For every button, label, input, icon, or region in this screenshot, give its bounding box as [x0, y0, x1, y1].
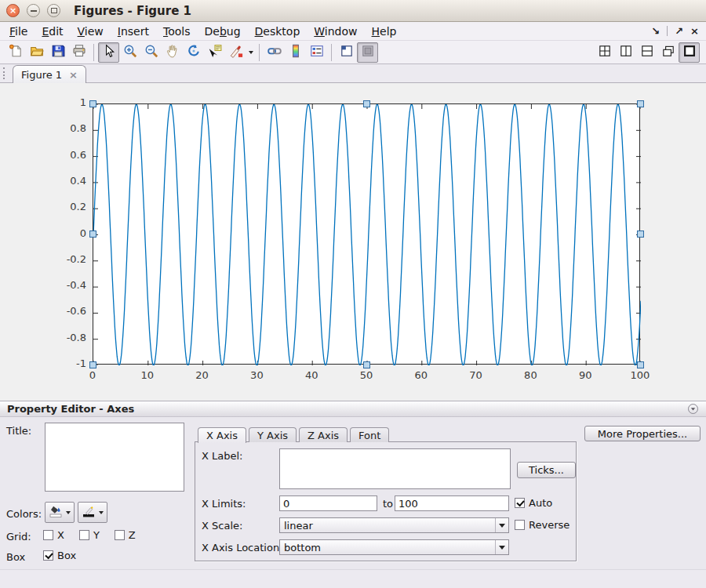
selection-handle[interactable] — [363, 361, 370, 368]
window-buttons: × — [0, 4, 60, 17]
close-panel-icon[interactable]: × — [690, 26, 699, 36]
background-color-button[interactable] — [45, 502, 75, 523]
more-properties-button[interactable]: More Properties... — [584, 426, 701, 441]
brush-data-dropdown-arrow[interactable] — [246, 42, 255, 63]
selection-handle[interactable] — [89, 230, 96, 238]
x-tick-label: 40 — [292, 369, 331, 381]
menu-insert[interactable]: Insert — [111, 24, 156, 39]
print-figure-button[interactable] — [68, 42, 89, 63]
zoom-out-button[interactable] — [140, 42, 162, 63]
show-plot-tools-icon — [361, 44, 375, 60]
menu-tools[interactable]: Tools — [156, 24, 198, 39]
dropdown-arrow-icon — [495, 518, 508, 532]
selection-handle[interactable] — [363, 100, 370, 107]
menu-file[interactable]: File — [2, 24, 35, 39]
pan-button[interactable] — [162, 42, 183, 63]
reverse-checkbox[interactable] — [515, 520, 525, 530]
tab-close-icon[interactable]: × — [69, 70, 78, 80]
insert-colorbar-button[interactable] — [285, 42, 306, 63]
x-tick-label: 70 — [457, 369, 496, 381]
axes[interactable] — [93, 103, 640, 365]
grid-z-checkbox[interactable] — [115, 530, 125, 540]
line-color-button[interactable] — [78, 502, 107, 523]
auto-checkbox-label: Auto — [529, 497, 552, 509]
show-plot-tools-button — [357, 42, 378, 63]
ticks-button[interactable]: Ticks... — [517, 462, 576, 478]
x-axis-location-dropdown[interactable]: bottom — [279, 539, 509, 555]
window-title: Figures - Figure 1 — [74, 4, 191, 18]
split-horizontal-icon — [640, 44, 654, 60]
data-cursor-button[interactable] — [204, 42, 225, 63]
grid-x-checkbox[interactable] — [43, 530, 53, 540]
toolbar-separator — [93, 44, 94, 61]
tab-x-axis[interactable]: X Axis — [198, 427, 246, 443]
selection-handle[interactable] — [637, 100, 644, 107]
save-figure-button[interactable] — [47, 42, 68, 63]
menu-view[interactable]: View — [71, 24, 111, 39]
y-tick-label: 0.2 — [49, 201, 86, 212]
dropdown-arrow-icon — [495, 540, 508, 554]
new-figure-button[interactable] — [5, 42, 26, 63]
maximize-pane-button[interactable] — [679, 42, 700, 63]
link-plots-icon — [267, 44, 282, 60]
grid-y-checkbox[interactable] — [79, 530, 89, 540]
hide-plot-tools-button[interactable] — [336, 42, 357, 63]
toolbar-separator — [259, 44, 260, 61]
selection-handle[interactable] — [89, 100, 96, 107]
close-button[interactable]: × — [6, 4, 20, 17]
undock-icon[interactable]: ↗ — [675, 26, 683, 36]
selection-handle[interactable] — [89, 361, 96, 368]
toolbar — [0, 41, 706, 64]
y-tick-label: -0.2 — [49, 253, 86, 265]
title-input[interactable] — [45, 423, 184, 492]
grid-x-checkbox-label: X — [57, 529, 64, 541]
edit-plot-button[interactable] — [98, 42, 119, 63]
x-label-input[interactable] — [279, 448, 511, 489]
menu-help[interactable]: Help — [365, 24, 404, 39]
grid-layout-button[interactable] — [594, 42, 615, 63]
split-vertical-icon — [619, 44, 633, 60]
open-file-button[interactable] — [26, 42, 47, 63]
menu-edit[interactable]: Edit — [35, 24, 70, 39]
collapse-panel-icon[interactable] — [687, 403, 699, 415]
menu-window[interactable]: Window — [307, 24, 364, 39]
tab-font[interactable]: Font — [350, 427, 389, 442]
insert-legend-button[interactable] — [306, 42, 327, 63]
reverse-checkbox-label: Reverse — [529, 519, 570, 531]
toolbar-separator — [331, 44, 332, 61]
x-tick-label: 90 — [566, 369, 605, 381]
maximize-button[interactable] — [47, 4, 60, 17]
tab-figure-1[interactable]: Figure 1 × — [13, 65, 86, 83]
rotate-3d-button[interactable] — [183, 42, 204, 63]
split-vertical-button[interactable] — [615, 42, 636, 63]
dock-figures-icon[interactable]: ↘ — [651, 26, 660, 36]
selection-handle[interactable] — [637, 361, 644, 368]
paint-bucket-icon — [49, 505, 64, 521]
brush-data-button[interactable] — [225, 42, 246, 63]
menu-desktop[interactable]: Desktop — [248, 24, 308, 39]
x-limit-min-input[interactable] — [279, 495, 377, 511]
toolbar-right — [594, 42, 700, 63]
x-scale-dropdown[interactable]: linear — [279, 517, 509, 533]
float-windows-button[interactable] — [657, 42, 679, 63]
tab-y-axis[interactable]: Y Axis — [249, 427, 297, 442]
property-editor-panel: Property Editor - Axes Title: Colors: — [0, 401, 706, 569]
tabbar-grip-handle[interactable] — [3, 67, 5, 79]
zoom-in-button[interactable] — [119, 42, 140, 63]
x-tick-label: 10 — [128, 369, 167, 381]
menu-debug[interactable]: Debug — [198, 24, 248, 39]
tab-z-axis[interactable]: Z Axis — [299, 427, 348, 442]
sine-curve[interactable] — [93, 104, 641, 365]
minimize-button[interactable] — [27, 4, 40, 17]
x-axis-location-label: X Axis Location: — [202, 542, 283, 554]
link-plots-button[interactable] — [264, 42, 285, 63]
x-limit-max-input[interactable] — [395, 495, 509, 511]
auto-checkbox[interactable] — [515, 498, 525, 508]
zoom-out-icon — [144, 44, 158, 60]
box-checkbox[interactable] — [43, 550, 53, 561]
y-tick-label: -1 — [49, 358, 86, 369]
split-horizontal-button[interactable] — [636, 42, 657, 63]
figure-canvas[interactable]: 0102030405060708090100-1-0.8-0.6-0.4-0.2… — [0, 83, 706, 401]
box-checkbox-row: Box — [43, 550, 76, 561]
selection-handle[interactable] — [637, 230, 644, 238]
